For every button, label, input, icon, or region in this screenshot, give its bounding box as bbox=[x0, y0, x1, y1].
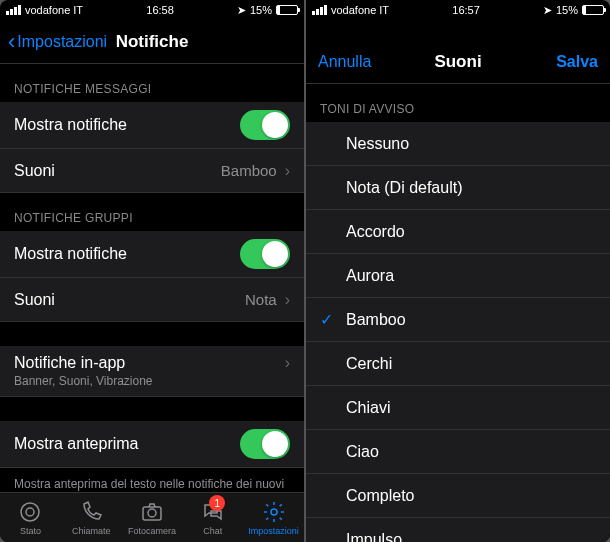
toggle-show-messages[interactable] bbox=[240, 110, 290, 140]
row-label: Notifiche in-app bbox=[14, 354, 277, 372]
row-value: Bamboo bbox=[221, 162, 277, 179]
tab-label: Impostazioni bbox=[248, 526, 299, 536]
chevron-right-icon: › bbox=[285, 291, 290, 309]
row-subtitle: Banner, Suoni, Vibrazione bbox=[14, 374, 153, 388]
toggle-show-groups[interactable] bbox=[240, 239, 290, 269]
row-value: Nota bbox=[245, 291, 277, 308]
sound-label: Nota (Di default) bbox=[346, 179, 463, 197]
tab-label: Chat bbox=[203, 526, 222, 536]
section-header-tones: TONI DI AVVISO bbox=[306, 84, 610, 122]
tab-camera[interactable]: Fotocamera bbox=[122, 493, 183, 542]
clock: 16:58 bbox=[146, 4, 174, 16]
checkmark-icon: ✓ bbox=[320, 310, 333, 329]
signal-icon bbox=[312, 5, 327, 15]
camera-icon bbox=[140, 500, 164, 524]
battery-icon bbox=[276, 5, 298, 15]
row-label: Mostra anteprima bbox=[14, 435, 240, 453]
sound-option[interactable]: Completo bbox=[306, 474, 610, 518]
sound-label: Completo bbox=[346, 487, 414, 505]
svg-point-0 bbox=[26, 508, 34, 516]
sound-option[interactable]: ✓Bamboo bbox=[306, 298, 610, 342]
nav-title: Notifiche bbox=[116, 32, 189, 52]
sound-label: Cerchi bbox=[346, 355, 392, 373]
carrier-label: vodafone IT bbox=[25, 4, 83, 16]
carrier-label: vodafone IT bbox=[331, 4, 389, 16]
row-show-notifications-messages[interactable]: Mostra notifiche bbox=[0, 102, 304, 149]
row-inapp-notifications[interactable]: Notifiche in-app › Banner, Suoni, Vibraz… bbox=[0, 346, 304, 397]
nav-bar: ‹ Impostazioni Notifiche bbox=[0, 20, 304, 64]
tab-status[interactable]: Stato bbox=[0, 493, 61, 542]
cancel-button[interactable]: Annulla bbox=[318, 53, 371, 71]
phone-icon bbox=[79, 500, 103, 524]
tab-bar: Stato Chiamate Fotocamera 1 Chat Imposta… bbox=[0, 492, 304, 542]
nav-title: Suoni bbox=[434, 52, 481, 72]
sounds-list[interactable]: TONI DI AVVISO NessunoNota (Di default)A… bbox=[306, 84, 610, 542]
screen-suoni: vodafone IT 16:57 ➤ 15% Annulla Suoni Sa… bbox=[306, 0, 610, 542]
row-show-notifications-groups[interactable]: Mostra notifiche bbox=[0, 231, 304, 278]
row-label: Suoni bbox=[14, 162, 221, 180]
row-sounds-groups[interactable]: Suoni Nota › bbox=[0, 278, 304, 322]
sound-option[interactable]: Nessuno bbox=[306, 122, 610, 166]
sound-option[interactable]: Chiavi bbox=[306, 386, 610, 430]
sound-option[interactable]: Nota (Di default) bbox=[306, 166, 610, 210]
chevron-right-icon: › bbox=[285, 354, 290, 372]
sound-option[interactable]: Accordo bbox=[306, 210, 610, 254]
clock: 16:57 bbox=[452, 4, 480, 16]
tab-settings[interactable]: Impostazioni bbox=[243, 493, 304, 542]
back-label: Impostazioni bbox=[17, 33, 107, 51]
sound-label: Impulso bbox=[346, 531, 402, 543]
location-icon: ➤ bbox=[543, 4, 552, 17]
status-icon bbox=[18, 500, 42, 524]
section-footer-preview: Mostra anteprima del testo nelle notific… bbox=[0, 468, 304, 492]
sound-option[interactable]: Ciao bbox=[306, 430, 610, 474]
signal-icon bbox=[6, 5, 21, 15]
status-bar: vodafone IT 16:58 ➤ 15% bbox=[0, 0, 304, 20]
chevron-left-icon: ‹ bbox=[8, 31, 15, 53]
back-button[interactable]: ‹ Impostazioni bbox=[8, 31, 107, 53]
screen-notifiche: vodafone IT 16:58 ➤ 15% ‹ Impostazioni N… bbox=[0, 0, 304, 542]
battery-percent: 15% bbox=[556, 4, 578, 16]
battery-percent: 15% bbox=[250, 4, 272, 16]
sound-label: Bamboo bbox=[346, 311, 406, 329]
row-label: Mostra notifiche bbox=[14, 116, 240, 134]
sound-label: Ciao bbox=[346, 443, 379, 461]
tab-chat[interactable]: 1 Chat bbox=[182, 493, 243, 542]
sound-label: Aurora bbox=[346, 267, 394, 285]
svg-point-1 bbox=[21, 503, 39, 521]
sound-option[interactable]: Impulso bbox=[306, 518, 610, 542]
sound-option[interactable]: Aurora bbox=[306, 254, 610, 298]
gear-icon bbox=[262, 500, 286, 524]
section-header-messages: NOTIFICHE MESSAGGI bbox=[0, 64, 304, 102]
row-label: Mostra notifiche bbox=[14, 245, 240, 263]
row-label: Suoni bbox=[14, 291, 245, 309]
tab-label: Fotocamera bbox=[128, 526, 176, 536]
sound-label: Accordo bbox=[346, 223, 405, 241]
tab-label: Stato bbox=[20, 526, 41, 536]
section-header-groups: NOTIFICHE GRUPPI bbox=[0, 193, 304, 231]
content-scroll[interactable]: NOTIFICHE MESSAGGI Mostra notifiche Suon… bbox=[0, 64, 304, 492]
battery-icon bbox=[582, 5, 604, 15]
tab-label: Chiamate bbox=[72, 526, 111, 536]
row-show-preview[interactable]: Mostra anteprima bbox=[0, 421, 304, 468]
svg-point-4 bbox=[271, 509, 277, 515]
toggle-show-preview[interactable] bbox=[240, 429, 290, 459]
status-bar: vodafone IT 16:57 ➤ 15% bbox=[306, 0, 610, 20]
chevron-right-icon: › bbox=[285, 162, 290, 180]
location-icon: ➤ bbox=[237, 4, 246, 17]
svg-point-3 bbox=[148, 509, 156, 517]
nav-bar-modal: Annulla Suoni Salva bbox=[306, 40, 610, 84]
save-button[interactable]: Salva bbox=[556, 53, 598, 71]
row-sounds-messages[interactable]: Suoni Bamboo › bbox=[0, 149, 304, 193]
sound-label: Nessuno bbox=[346, 135, 409, 153]
tab-calls[interactable]: Chiamate bbox=[61, 493, 122, 542]
sound-option[interactable]: Cerchi bbox=[306, 342, 610, 386]
sound-label: Chiavi bbox=[346, 399, 390, 417]
